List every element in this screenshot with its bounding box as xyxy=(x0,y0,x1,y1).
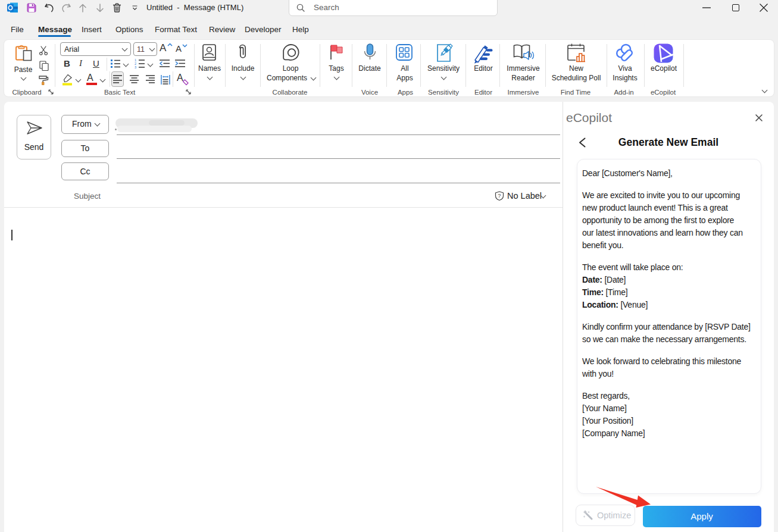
svg-text:3: 3 xyxy=(135,65,136,69)
svg-text:?: ? xyxy=(498,193,501,199)
